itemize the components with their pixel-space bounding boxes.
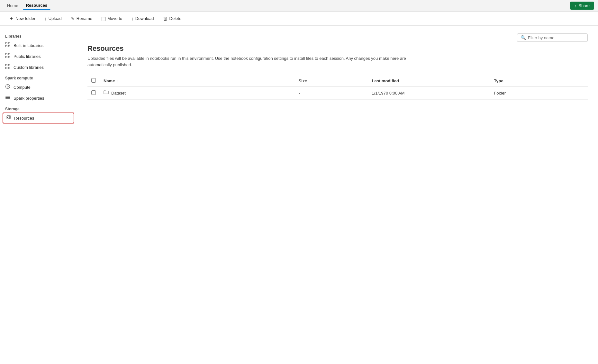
share-label: Share bbox=[578, 3, 590, 8]
resources-icon bbox=[6, 115, 11, 121]
type-column-header[interactable]: Type bbox=[490, 76, 588, 86]
nav-resources[interactable]: Resources bbox=[23, 2, 50, 10]
row-checkbox[interactable] bbox=[91, 90, 96, 95]
toolbar: ＋ New folder ↑ Upload ✎ Rename ⬚ Move to… bbox=[0, 12, 598, 26]
move-to-label: Move to bbox=[107, 16, 122, 21]
filter-input-wrapper[interactable]: 🔍 bbox=[517, 33, 588, 42]
new-folder-label: New folder bbox=[15, 16, 35, 21]
file-table: Name ↑ Size Last modified Type bbox=[87, 76, 588, 100]
sidebar: Libraries Built-in Libraries bbox=[0, 26, 77, 364]
upload-icon: ↑ bbox=[44, 16, 47, 21]
upload-label: Upload bbox=[49, 16, 62, 21]
new-folder-icon: ＋ bbox=[9, 15, 14, 22]
storage-section-label: Storage bbox=[0, 104, 77, 113]
delete-icon: 🗑 bbox=[163, 16, 168, 21]
svg-rect-3 bbox=[8, 45, 10, 47]
select-all-header bbox=[87, 76, 100, 86]
spark-compute-section-label: Spark compute bbox=[0, 73, 77, 82]
content-area: 🔍 Resources Uploaded files will be avail… bbox=[77, 26, 598, 364]
page-title: Resources bbox=[87, 44, 588, 53]
svg-rect-10 bbox=[5, 67, 7, 69]
filter-bar: 🔍 bbox=[87, 33, 588, 42]
svg-rect-4 bbox=[5, 53, 7, 55]
svg-rect-6 bbox=[5, 56, 7, 58]
new-folder-button[interactable]: ＋ New folder bbox=[5, 14, 39, 23]
public-libraries-icon bbox=[5, 53, 10, 59]
svg-rect-14 bbox=[5, 96, 10, 96]
name-sort-icon: ↑ bbox=[116, 79, 118, 83]
row-checkbox-cell bbox=[87, 86, 100, 100]
custom-libraries-label: Custom libraries bbox=[14, 65, 44, 70]
main-layout: Libraries Built-in Libraries bbox=[0, 26, 598, 364]
download-button[interactable]: ↓ Download bbox=[127, 14, 158, 23]
libraries-section-label: Libraries bbox=[0, 31, 77, 40]
select-all-checkbox[interactable] bbox=[91, 78, 96, 83]
move-to-button[interactable]: ⬚ Move to bbox=[97, 14, 126, 23]
spark-properties-icon bbox=[5, 95, 10, 101]
upload-button[interactable]: ↑ Upload bbox=[41, 14, 66, 23]
download-label: Download bbox=[135, 16, 154, 21]
row-name: Dataset bbox=[111, 91, 126, 96]
size-header-label: Size bbox=[299, 78, 307, 83]
move-to-icon: ⬚ bbox=[101, 16, 106, 22]
svg-point-12 bbox=[6, 85, 10, 89]
sidebar-item-compute[interactable]: Compute bbox=[0, 82, 77, 93]
share-button[interactable]: ↑ Share bbox=[570, 2, 594, 10]
search-icon: 🔍 bbox=[521, 35, 526, 40]
custom-libraries-icon bbox=[5, 64, 10, 70]
row-type-cell: Folder bbox=[490, 86, 588, 100]
sidebar-item-public-libraries[interactable]: Public libraries bbox=[0, 51, 77, 62]
name-header-label: Name bbox=[104, 78, 115, 83]
row-name-cell: Dataset bbox=[100, 86, 295, 100]
public-libraries-label: Public libraries bbox=[14, 54, 41, 59]
svg-rect-16 bbox=[5, 98, 10, 99]
table-row[interactable]: Dataset - 1/1/1970 8:00 AM Folder bbox=[87, 86, 588, 100]
built-in-libraries-icon bbox=[5, 42, 10, 49]
resources-label: Resources bbox=[14, 116, 34, 121]
modified-header-label: Last modified bbox=[372, 78, 399, 83]
rename-label: Rename bbox=[77, 16, 92, 21]
row-modified-cell: 1/1/1970 8:00 AM bbox=[368, 86, 490, 100]
rename-icon: ✎ bbox=[71, 16, 75, 22]
sidebar-item-spark-properties[interactable]: Spark properties bbox=[0, 93, 77, 104]
size-column-header[interactable]: Size bbox=[295, 76, 368, 86]
folder-icon bbox=[104, 90, 109, 96]
sidebar-item-resources[interactable]: Resources bbox=[3, 113, 74, 123]
svg-rect-5 bbox=[8, 53, 10, 55]
top-nav: Home Resources ↑ Share bbox=[0, 0, 598, 12]
nav-home[interactable]: Home bbox=[4, 2, 22, 9]
svg-rect-1 bbox=[8, 42, 10, 44]
row-size-cell: - bbox=[295, 86, 368, 100]
svg-rect-9 bbox=[8, 64, 10, 66]
delete-button[interactable]: 🗑 Delete bbox=[159, 14, 186, 23]
svg-point-13 bbox=[7, 86, 8, 87]
svg-rect-11 bbox=[8, 67, 10, 69]
rename-button[interactable]: ✎ Rename bbox=[67, 14, 96, 23]
svg-rect-7 bbox=[8, 56, 10, 58]
page-description: Uploaded files will be available in note… bbox=[87, 55, 409, 68]
spark-properties-label: Spark properties bbox=[14, 96, 44, 101]
sidebar-item-built-in-libraries[interactable]: Built-in Libraries bbox=[0, 40, 77, 51]
modified-column-header[interactable]: Last modified bbox=[368, 76, 490, 86]
svg-rect-8 bbox=[5, 64, 7, 66]
svg-rect-2 bbox=[5, 45, 7, 47]
built-in-libraries-label: Built-in Libraries bbox=[14, 43, 43, 48]
svg-rect-15 bbox=[5, 97, 10, 98]
download-icon: ↓ bbox=[131, 16, 134, 21]
compute-label: Compute bbox=[14, 85, 31, 90]
delete-label: Delete bbox=[169, 16, 182, 21]
filter-input[interactable] bbox=[528, 35, 584, 40]
type-header-label: Type bbox=[494, 78, 503, 83]
name-column-header[interactable]: Name ↑ bbox=[100, 76, 295, 86]
svg-rect-0 bbox=[5, 42, 7, 44]
share-icon: ↑ bbox=[575, 3, 577, 8]
sidebar-item-custom-libraries[interactable]: Custom libraries bbox=[0, 62, 77, 73]
compute-icon bbox=[5, 84, 10, 90]
